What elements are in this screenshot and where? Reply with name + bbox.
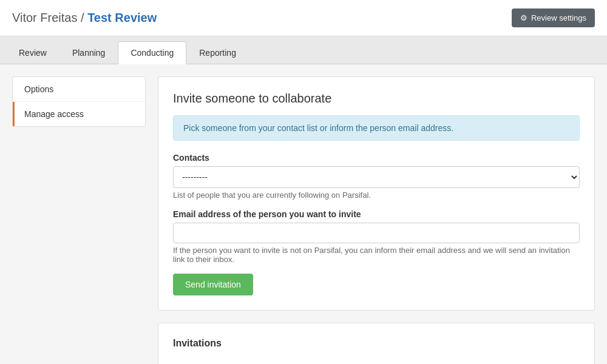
header: Vitor Freitas / Test Review ⚙ Review set… [0, 0, 607, 36]
email-group: Email address of the person you want to … [173, 209, 580, 264]
user-link[interactable]: Vitor Freitas [12, 11, 77, 24]
col-invitee: Invitee [173, 357, 272, 364]
email-label: Email address of the person you want to … [173, 209, 580, 219]
invitations-table: Invitee Date sent Invited by Status vito… [173, 357, 580, 364]
tabs-bar: Review Planning Conducting Reporting [0, 36, 607, 64]
breadcrumb: Vitor Freitas / Test Review [12, 11, 157, 25]
tab-reporting[interactable]: Reporting [186, 41, 249, 64]
contacts-hint: List of people that you are currently fo… [173, 190, 580, 200]
review-settings-label: Review settings [531, 13, 586, 22]
main-content: Options Manage access Invite someone to … [0, 64, 607, 364]
invite-title: Invite someone to collaborate [173, 92, 580, 106]
separator: / [81, 11, 87, 24]
col-actions [510, 357, 580, 364]
review-name: Test Review [87, 11, 157, 24]
tab-planning[interactable]: Planning [59, 41, 118, 64]
sidebar: Options Manage access [12, 76, 146, 127]
email-hint: If the person you want to invite is not … [173, 246, 580, 264]
contacts-label: Contacts [173, 153, 580, 163]
contacts-group: Contacts --------- List of people that y… [173, 153, 580, 200]
invitations-panel: Invitations Invitee Date sent Invited by… [158, 323, 595, 364]
tab-conducting[interactable]: Conducting [118, 41, 186, 64]
invite-info-box: Pick someone from your contact list or i… [173, 115, 580, 141]
sidebar-item-options[interactable]: Options [13, 77, 145, 102]
send-invitation-button[interactable]: Send invitation [173, 274, 253, 295]
sidebar-item-manage-access[interactable]: Manage access [13, 102, 145, 126]
review-settings-button[interactable]: ⚙ Review settings [512, 8, 595, 27]
col-status: Status [449, 357, 510, 364]
table-header: Invitee Date sent Invited by Status [173, 357, 580, 364]
contacts-select[interactable]: --------- [173, 166, 580, 188]
invite-panel: Invite someone to collaborate Pick someo… [158, 76, 595, 311]
col-invited-by: Invited by [381, 357, 449, 364]
tab-review[interactable]: Review [6, 41, 59, 64]
content-area: Invite someone to collaborate Pick someo… [158, 76, 595, 364]
email-input[interactable] [173, 223, 580, 243]
col-date-sent: Date sent [272, 357, 380, 364]
gear-icon: ⚙ [520, 13, 527, 22]
invitations-title: Invitations [173, 338, 580, 349]
